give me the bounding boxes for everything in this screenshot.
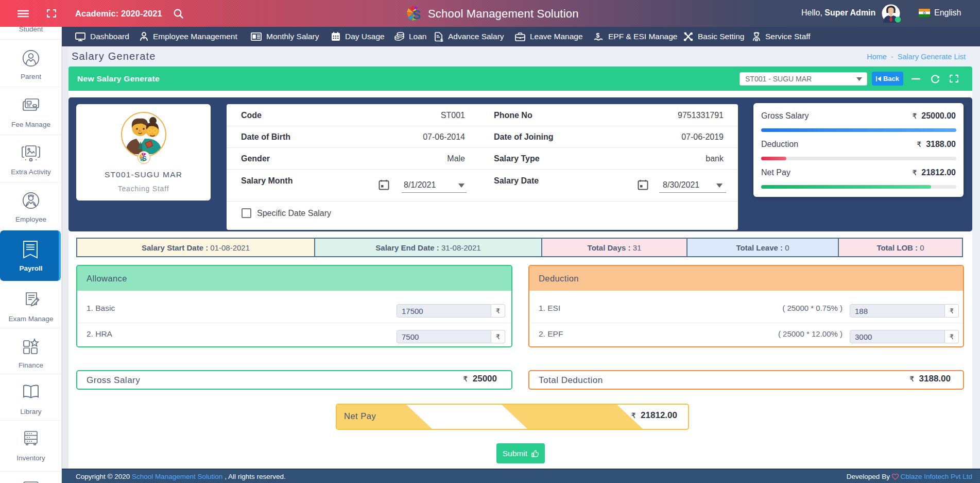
svg-text:$: $: [440, 37, 443, 42]
svg-text:S: S: [142, 155, 147, 162]
svg-text:$: $: [596, 32, 600, 39]
svg-text:S: S: [412, 8, 421, 22]
